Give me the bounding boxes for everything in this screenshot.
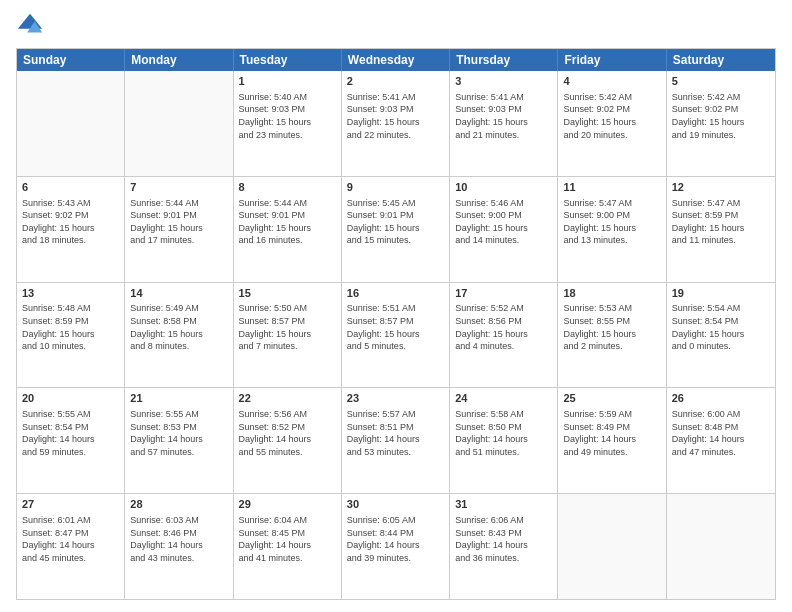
cal-week-row-3: 20Sunrise: 5:55 AM Sunset: 8:54 PM Dayli… bbox=[17, 387, 775, 493]
cell-info: Sunrise: 5:47 AM Sunset: 9:00 PM Dayligh… bbox=[563, 197, 660, 247]
day-number: 2 bbox=[347, 74, 444, 89]
cell-info: Sunrise: 5:57 AM Sunset: 8:51 PM Dayligh… bbox=[347, 408, 444, 458]
cal-cell-1: 1Sunrise: 5:40 AM Sunset: 9:03 PM Daylig… bbox=[234, 71, 342, 176]
cal-cell-empty-4-5 bbox=[558, 494, 666, 599]
day-number: 17 bbox=[455, 286, 552, 301]
day-number: 5 bbox=[672, 74, 770, 89]
cell-info: Sunrise: 6:05 AM Sunset: 8:44 PM Dayligh… bbox=[347, 514, 444, 564]
day-number: 12 bbox=[672, 180, 770, 195]
cell-info: Sunrise: 5:54 AM Sunset: 8:54 PM Dayligh… bbox=[672, 302, 770, 352]
cal-cell-9: 9Sunrise: 5:45 AM Sunset: 9:01 PM Daylig… bbox=[342, 177, 450, 282]
cell-info: Sunrise: 5:48 AM Sunset: 8:59 PM Dayligh… bbox=[22, 302, 119, 352]
day-number: 28 bbox=[130, 497, 227, 512]
day-number: 8 bbox=[239, 180, 336, 195]
cal-header-cell-sunday: Sunday bbox=[17, 49, 125, 71]
cal-cell-25: 25Sunrise: 5:59 AM Sunset: 8:49 PM Dayli… bbox=[558, 388, 666, 493]
cell-info: Sunrise: 5:51 AM Sunset: 8:57 PM Dayligh… bbox=[347, 302, 444, 352]
cal-week-row-2: 13Sunrise: 5:48 AM Sunset: 8:59 PM Dayli… bbox=[17, 282, 775, 388]
cal-week-row-1: 6Sunrise: 5:43 AM Sunset: 9:02 PM Daylig… bbox=[17, 176, 775, 282]
day-number: 23 bbox=[347, 391, 444, 406]
cal-cell-27: 27Sunrise: 6:01 AM Sunset: 8:47 PM Dayli… bbox=[17, 494, 125, 599]
header bbox=[16, 12, 776, 40]
cell-info: Sunrise: 5:55 AM Sunset: 8:53 PM Dayligh… bbox=[130, 408, 227, 458]
cal-header-cell-monday: Monday bbox=[125, 49, 233, 71]
cal-cell-10: 10Sunrise: 5:46 AM Sunset: 9:00 PM Dayli… bbox=[450, 177, 558, 282]
day-number: 13 bbox=[22, 286, 119, 301]
cell-info: Sunrise: 5:55 AM Sunset: 8:54 PM Dayligh… bbox=[22, 408, 119, 458]
cell-info: Sunrise: 5:41 AM Sunset: 9:03 PM Dayligh… bbox=[347, 91, 444, 141]
day-number: 10 bbox=[455, 180, 552, 195]
cal-cell-8: 8Sunrise: 5:44 AM Sunset: 9:01 PM Daylig… bbox=[234, 177, 342, 282]
cal-header-cell-friday: Friday bbox=[558, 49, 666, 71]
cal-week-row-4: 27Sunrise: 6:01 AM Sunset: 8:47 PM Dayli… bbox=[17, 493, 775, 599]
cell-info: Sunrise: 5:58 AM Sunset: 8:50 PM Dayligh… bbox=[455, 408, 552, 458]
cal-cell-17: 17Sunrise: 5:52 AM Sunset: 8:56 PM Dayli… bbox=[450, 283, 558, 388]
cal-cell-29: 29Sunrise: 6:04 AM Sunset: 8:45 PM Dayli… bbox=[234, 494, 342, 599]
day-number: 6 bbox=[22, 180, 119, 195]
day-number: 27 bbox=[22, 497, 119, 512]
cal-cell-11: 11Sunrise: 5:47 AM Sunset: 9:00 PM Dayli… bbox=[558, 177, 666, 282]
cal-cell-15: 15Sunrise: 5:50 AM Sunset: 8:57 PM Dayli… bbox=[234, 283, 342, 388]
cal-cell-22: 22Sunrise: 5:56 AM Sunset: 8:52 PM Dayli… bbox=[234, 388, 342, 493]
day-number: 11 bbox=[563, 180, 660, 195]
day-number: 22 bbox=[239, 391, 336, 406]
cell-info: Sunrise: 5:49 AM Sunset: 8:58 PM Dayligh… bbox=[130, 302, 227, 352]
cal-header-cell-wednesday: Wednesday bbox=[342, 49, 450, 71]
day-number: 7 bbox=[130, 180, 227, 195]
cell-info: Sunrise: 5:44 AM Sunset: 9:01 PM Dayligh… bbox=[239, 197, 336, 247]
cal-header-cell-thursday: Thursday bbox=[450, 49, 558, 71]
cal-cell-23: 23Sunrise: 5:57 AM Sunset: 8:51 PM Dayli… bbox=[342, 388, 450, 493]
cal-cell-30: 30Sunrise: 6:05 AM Sunset: 8:44 PM Dayli… bbox=[342, 494, 450, 599]
day-number: 29 bbox=[239, 497, 336, 512]
cal-header-cell-saturday: Saturday bbox=[667, 49, 775, 71]
day-number: 14 bbox=[130, 286, 227, 301]
cal-cell-13: 13Sunrise: 5:48 AM Sunset: 8:59 PM Dayli… bbox=[17, 283, 125, 388]
cell-info: Sunrise: 5:45 AM Sunset: 9:01 PM Dayligh… bbox=[347, 197, 444, 247]
cell-info: Sunrise: 5:46 AM Sunset: 9:00 PM Dayligh… bbox=[455, 197, 552, 247]
page: SundayMondayTuesdayWednesdayThursdayFrid… bbox=[0, 0, 792, 612]
calendar-body: 1Sunrise: 5:40 AM Sunset: 9:03 PM Daylig… bbox=[17, 71, 775, 599]
day-number: 16 bbox=[347, 286, 444, 301]
day-number: 26 bbox=[672, 391, 770, 406]
cell-info: Sunrise: 5:53 AM Sunset: 8:55 PM Dayligh… bbox=[563, 302, 660, 352]
cell-info: Sunrise: 5:42 AM Sunset: 9:02 PM Dayligh… bbox=[563, 91, 660, 141]
day-number: 24 bbox=[455, 391, 552, 406]
cell-info: Sunrise: 5:52 AM Sunset: 8:56 PM Dayligh… bbox=[455, 302, 552, 352]
cell-info: Sunrise: 5:56 AM Sunset: 8:52 PM Dayligh… bbox=[239, 408, 336, 458]
cal-cell-empty-4-6 bbox=[667, 494, 775, 599]
day-number: 31 bbox=[455, 497, 552, 512]
day-number: 19 bbox=[672, 286, 770, 301]
day-number: 21 bbox=[130, 391, 227, 406]
calendar: SundayMondayTuesdayWednesdayThursdayFrid… bbox=[16, 48, 776, 600]
day-number: 15 bbox=[239, 286, 336, 301]
cal-header-cell-tuesday: Tuesday bbox=[234, 49, 342, 71]
cal-cell-26: 26Sunrise: 6:00 AM Sunset: 8:48 PM Dayli… bbox=[667, 388, 775, 493]
cal-cell-21: 21Sunrise: 5:55 AM Sunset: 8:53 PM Dayli… bbox=[125, 388, 233, 493]
cal-cell-31: 31Sunrise: 6:06 AM Sunset: 8:43 PM Dayli… bbox=[450, 494, 558, 599]
cal-cell-16: 16Sunrise: 5:51 AM Sunset: 8:57 PM Dayli… bbox=[342, 283, 450, 388]
cal-cell-19: 19Sunrise: 5:54 AM Sunset: 8:54 PM Dayli… bbox=[667, 283, 775, 388]
day-number: 20 bbox=[22, 391, 119, 406]
cal-cell-empty-0-0 bbox=[17, 71, 125, 176]
cell-info: Sunrise: 5:43 AM Sunset: 9:02 PM Dayligh… bbox=[22, 197, 119, 247]
cal-cell-12: 12Sunrise: 5:47 AM Sunset: 8:59 PM Dayli… bbox=[667, 177, 775, 282]
cal-cell-7: 7Sunrise: 5:44 AM Sunset: 9:01 PM Daylig… bbox=[125, 177, 233, 282]
day-number: 25 bbox=[563, 391, 660, 406]
cal-cell-18: 18Sunrise: 5:53 AM Sunset: 8:55 PM Dayli… bbox=[558, 283, 666, 388]
cell-info: Sunrise: 5:47 AM Sunset: 8:59 PM Dayligh… bbox=[672, 197, 770, 247]
cell-info: Sunrise: 5:44 AM Sunset: 9:01 PM Dayligh… bbox=[130, 197, 227, 247]
cal-cell-3: 3Sunrise: 5:41 AM Sunset: 9:03 PM Daylig… bbox=[450, 71, 558, 176]
cell-info: Sunrise: 5:42 AM Sunset: 9:02 PM Dayligh… bbox=[672, 91, 770, 141]
logo-icon bbox=[16, 12, 44, 40]
cal-cell-5: 5Sunrise: 5:42 AM Sunset: 9:02 PM Daylig… bbox=[667, 71, 775, 176]
cell-info: Sunrise: 6:01 AM Sunset: 8:47 PM Dayligh… bbox=[22, 514, 119, 564]
cal-cell-6: 6Sunrise: 5:43 AM Sunset: 9:02 PM Daylig… bbox=[17, 177, 125, 282]
cell-info: Sunrise: 6:06 AM Sunset: 8:43 PM Dayligh… bbox=[455, 514, 552, 564]
cal-cell-14: 14Sunrise: 5:49 AM Sunset: 8:58 PM Dayli… bbox=[125, 283, 233, 388]
cal-cell-4: 4Sunrise: 5:42 AM Sunset: 9:02 PM Daylig… bbox=[558, 71, 666, 176]
cell-info: Sunrise: 6:04 AM Sunset: 8:45 PM Dayligh… bbox=[239, 514, 336, 564]
calendar-header: SundayMondayTuesdayWednesdayThursdayFrid… bbox=[17, 49, 775, 71]
logo bbox=[16, 12, 48, 40]
cal-cell-28: 28Sunrise: 6:03 AM Sunset: 8:46 PM Dayli… bbox=[125, 494, 233, 599]
day-number: 30 bbox=[347, 497, 444, 512]
